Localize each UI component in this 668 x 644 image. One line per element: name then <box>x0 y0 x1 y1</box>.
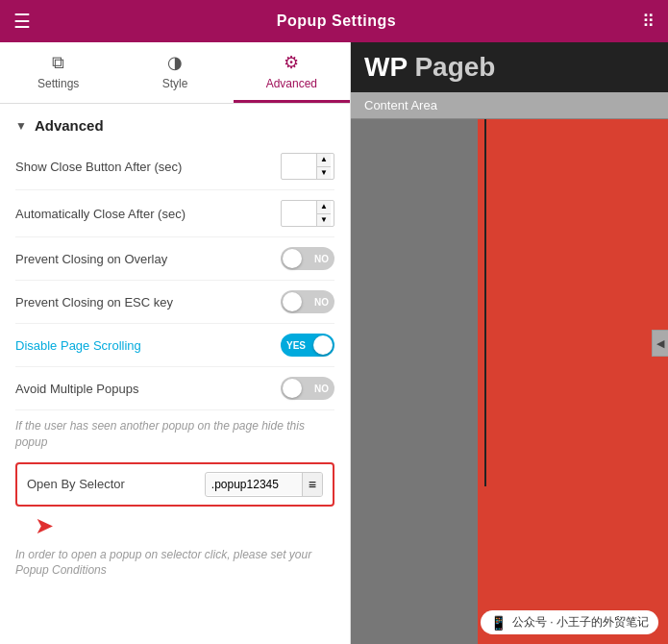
avoid-multiple-row: Avoid Multiple Popups NO <box>15 367 334 410</box>
collapse-button[interactable]: ◀ <box>652 330 668 357</box>
show-close-btn-up[interactable]: ▲ <box>317 154 331 167</box>
prevent-esc-toggle-wrap: NO <box>281 290 334 313</box>
top-bar: ☰ Popup Settings ⠿ <box>0 0 668 42</box>
selector-input-wrap: ≡ <box>205 472 323 497</box>
disable-scroll-toggle[interactable]: YES <box>281 334 334 357</box>
left-panel: ⧉ Settings ◑ Style ⚙ Advanced ▼ Advanced… <box>0 42 351 644</box>
selector-label: Open By Selector <box>27 477 125 491</box>
auto-close-input[interactable]: ▲ ▼ <box>281 200 334 227</box>
tab-advanced-label: Advanced <box>266 77 317 90</box>
prevent-esc-label: Prevent Closing on ESC key <box>15 295 173 310</box>
avoid-multiple-toggle-wrap: NO <box>281 377 334 400</box>
disable-scroll-knob <box>313 335 333 355</box>
popup-gray <box>351 119 494 644</box>
prevent-esc-toggle[interactable]: NO <box>281 290 334 313</box>
prevent-esc-toggle-label: NO <box>314 297 329 308</box>
avoid-multiple-knob <box>283 379 302 398</box>
red-arrow-icon: ➤ <box>35 512 54 539</box>
auto-close-label: Automatically Close After (sec) <box>15 207 186 221</box>
auto-close-down[interactable]: ▼ <box>317 214 331 227</box>
selector-icon-button[interactable]: ≡ <box>302 473 322 496</box>
tab-advanced[interactable]: ⚙ Advanced <box>234 42 350 103</box>
hamburger-icon[interactable]: ☰ <box>13 10 31 33</box>
disable-scroll-label: Disable Page Scrolling <box>15 338 141 353</box>
page-title: Popup Settings <box>277 12 396 30</box>
popup-red <box>478 119 668 644</box>
auto-close-row: Automatically Close After (sec) ▲ ▼ <box>15 190 334 237</box>
selector-section: Open By Selector ≡ ➤ In order to open a … <box>0 457 350 595</box>
wp-logo-text: WP Pageb <box>364 52 495 83</box>
show-close-btn-field[interactable] <box>282 158 316 175</box>
prevent-esc-row: Prevent Closing on ESC key NO <box>15 281 334 324</box>
note-selector: In order to open a popup on selector cli… <box>15 539 334 585</box>
prevent-esc-knob <box>283 292 302 311</box>
prevent-overlay-toggle-label: NO <box>314 254 329 264</box>
prevent-overlay-knob <box>283 249 302 268</box>
tab-settings[interactable]: ⧉ Settings <box>0 42 116 103</box>
content-area-bar: Content Area <box>351 92 668 118</box>
auto-close-up[interactable]: ▲ <box>317 201 331 214</box>
avoid-multiple-toggle[interactable]: NO <box>281 377 334 400</box>
prevent-overlay-toggle[interactable]: NO <box>281 247 334 270</box>
show-close-btn-down[interactable]: ▼ <box>317 167 331 180</box>
avoid-multiple-label: Avoid Multiple Popups <box>15 382 138 396</box>
popup-line <box>484 119 486 486</box>
popup-preview <box>351 119 668 644</box>
grid-icon[interactable]: ⠿ <box>642 11 655 32</box>
selector-input[interactable] <box>206 474 302 495</box>
show-close-btn-row: Show Close Button After (sec) ▲ ▼ <box>15 143 334 190</box>
arrow-pointer: ➤ <box>15 512 334 539</box>
auto-close-spinners: ▲ ▼ <box>316 201 331 226</box>
wp-logo-area: WP Pageb <box>351 42 668 92</box>
show-close-btn-label: Show Close Button After (sec) <box>15 160 182 174</box>
tab-settings-label: Settings <box>37 77 79 90</box>
disable-scroll-toggle-label: YES <box>286 340 306 351</box>
collapse-icon: ◀ <box>656 337 664 350</box>
wechat-icon: 📱 <box>490 615 507 631</box>
advanced-tab-icon: ⚙ <box>284 52 299 73</box>
prevent-overlay-toggle-wrap: NO <box>281 247 334 270</box>
selector-row: Open By Selector ≡ <box>15 462 334 507</box>
style-tab-icon: ◑ <box>167 52 183 73</box>
settings-body: Show Close Button After (sec) ▲ ▼ Automa… <box>0 143 350 457</box>
disable-scroll-row: Disable Page Scrolling YES <box>15 324 334 367</box>
show-close-btn-spinners: ▲ ▼ <box>316 154 331 179</box>
auto-close-field[interactable] <box>282 205 316 222</box>
watermark: 📱 公众号 · 小王子的外贸笔记 <box>481 610 658 634</box>
note-multiple-popups: If the user has seen another popup on th… <box>15 410 334 457</box>
section-header: ▼ Advanced <box>0 104 350 143</box>
section-title: Advanced <box>35 117 104 134</box>
prevent-overlay-row: Prevent Closing on Overlay NO <box>15 237 334 281</box>
watermark-text: 公众号 · 小王子的外贸笔记 <box>512 614 649 631</box>
content-area-label: Content Area <box>364 98 437 112</box>
disable-scroll-toggle-wrap: YES <box>281 334 334 357</box>
right-panel: WP Pageb Content Area ◀ 📱 公众号 · 小王子的外贸笔记 <box>351 42 668 644</box>
main-layout: ⧉ Settings ◑ Style ⚙ Advanced ▼ Advanced… <box>0 42 668 644</box>
prevent-overlay-label: Prevent Closing on Overlay <box>15 252 167 266</box>
settings-tab-icon: ⧉ <box>52 53 64 73</box>
show-close-btn-input[interactable]: ▲ ▼ <box>281 153 334 180</box>
tabs: ⧉ Settings ◑ Style ⚙ Advanced <box>0 42 350 104</box>
tab-style-label: Style <box>162 77 188 90</box>
avoid-multiple-toggle-label: NO <box>314 384 329 394</box>
section-arrow-icon: ▼ <box>15 119 27 133</box>
tab-style[interactable]: ◑ Style <box>116 42 233 103</box>
